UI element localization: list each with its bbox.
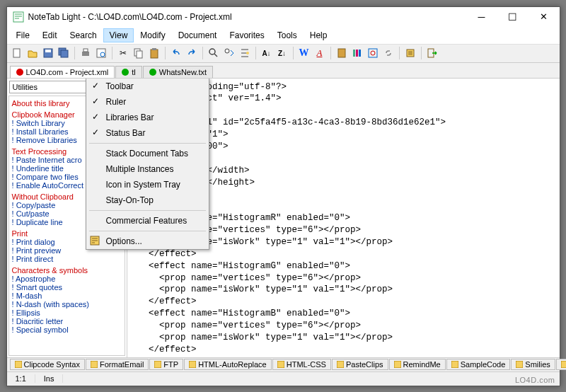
library-tab-html-autoreplace[interactable]: HTML-AutoReplace: [184, 359, 272, 370]
library-tab-pasteclips[interactable]: PasteClips: [332, 359, 388, 370]
menu-item-options[interactable]: Options...: [86, 234, 209, 249]
library-tab-label: HTML-AutoReplace: [198, 360, 267, 369]
close-button[interactable]: ✕: [529, 7, 560, 27]
menu-item-multiple-instances[interactable]: Multiple Instances: [86, 161, 209, 177]
svg-rect-17: [338, 49, 345, 57]
menu-item-label: Toolbar: [106, 81, 134, 91]
toolbar-separator: [74, 47, 75, 59]
library-tab-label: FormatEmail: [100, 360, 144, 369]
wordwrap-icon[interactable]: W: [297, 46, 311, 60]
maximize-button[interactable]: ☐: [497, 7, 529, 27]
menu-item-toolbar[interactable]: ✓Toolbar: [86, 79, 209, 94]
minimize-button[interactable]: ─: [466, 7, 497, 27]
library-icon[interactable]: [350, 46, 364, 60]
cut-icon[interactable]: ✂: [116, 46, 130, 60]
menu-separator: [89, 143, 206, 144]
toolbar-separator: [255, 47, 256, 59]
menu-search[interactable]: Search: [64, 28, 103, 42]
save-all-icon[interactable]: [57, 46, 71, 60]
library-item[interactable]: Apostrophe: [12, 275, 122, 283]
svg-point-14: [209, 49, 215, 54]
paste-icon[interactable]: [147, 46, 161, 60]
book-icon: [277, 361, 284, 368]
menu-item-libraries-bar[interactable]: ✓Libraries Bar: [86, 110, 209, 125]
link-icon[interactable]: [381, 46, 395, 60]
library-tab-remindme[interactable]: RemindMe: [389, 359, 446, 370]
replace-icon[interactable]: [238, 46, 252, 60]
library-item[interactable]: N-dash (with spaces): [12, 300, 122, 309]
font-icon[interactable]: A: [313, 46, 327, 60]
library-item[interactable]: M-dash: [12, 292, 122, 300]
exit-icon[interactable]: [425, 46, 439, 60]
library-tab-label: Clipcode Syntax: [24, 360, 81, 369]
toolbar-separator: [421, 47, 422, 59]
options-icon[interactable]: [403, 46, 417, 60]
copy-icon[interactable]: [132, 46, 146, 60]
toolbar: ✂ A↓ Z↓ W A: [7, 45, 560, 63]
library-tab-smilies[interactable]: Smilies: [511, 359, 555, 370]
svg-point-16: [246, 52, 249, 54]
book-icon: [337, 361, 344, 368]
tab-label: tl: [132, 68, 136, 76]
print-preview-icon[interactable]: [94, 46, 108, 60]
menu-modify[interactable]: Modify: [134, 28, 171, 42]
print-icon[interactable]: [79, 46, 93, 60]
tab-status-icon: [149, 69, 156, 76]
menu-item-ruler[interactable]: ✓Ruler: [86, 94, 209, 110]
sort-desc-icon[interactable]: Z↓: [275, 46, 289, 60]
document-tab[interactable]: WhatsNew.txt: [143, 66, 213, 78]
menu-document[interactable]: Document: [172, 28, 224, 42]
library-item[interactable]: Print direct: [12, 255, 122, 263]
menu-item-commercial-features[interactable]: Commercial Features: [86, 213, 209, 229]
library-item[interactable]: Diacritic letter: [12, 317, 122, 325]
svg-rect-35: [561, 361, 566, 368]
library-heading[interactable]: Characters & symbols: [12, 266, 122, 275]
redo-icon[interactable]: [185, 46, 199, 60]
menubar: FileEditSearchViewModifyDocumentFavorite…: [7, 27, 560, 45]
check-icon: ✓: [92, 127, 99, 137]
menu-view[interactable]: View: [103, 28, 134, 42]
library-item[interactable]: Ellipsis: [12, 309, 122, 317]
menu-item-stack-document-tabs[interactable]: Stack Document Tabs: [86, 146, 209, 161]
document-tab[interactable]: LO4D.com - Project.xml: [10, 66, 115, 78]
find-icon[interactable]: [207, 46, 221, 60]
tab-status-icon: [16, 69, 23, 76]
menu-item-stay-on-top[interactable]: Stay-On-Top: [86, 192, 209, 208]
menu-item-status-bar[interactable]: ✓Status Bar: [86, 125, 209, 141]
second-window-icon[interactable]: [366, 46, 380, 60]
library-tab-utilities[interactable]: Utilities: [556, 359, 566, 370]
library-tab-ftp[interactable]: FTP: [149, 359, 183, 370]
clipboard-icon[interactable]: [335, 46, 349, 60]
library-item[interactable]: Special symbol: [12, 325, 122, 334]
menu-item-label: Options...: [106, 236, 142, 246]
library-tab-samplecode[interactable]: SampleCode: [446, 359, 511, 370]
library-tab-clipcode-syntax[interactable]: Clipcode Syntax: [10, 359, 86, 370]
new-file-icon[interactable]: [10, 46, 24, 60]
toolbar-separator: [165, 47, 166, 59]
menu-item-label: Multiple Instances: [106, 164, 174, 174]
menu-file[interactable]: File: [10, 28, 36, 42]
library-tab-label: PasteClips: [346, 360, 383, 369]
svg-rect-1: [13, 49, 20, 57]
svg-rect-26: [15, 361, 22, 368]
svg-rect-29: [189, 361, 196, 368]
document-tab[interactable]: tl: [115, 66, 142, 78]
menu-help[interactable]: Help: [304, 28, 334, 42]
menu-tools[interactable]: Tools: [271, 28, 304, 42]
menu-favorites[interactable]: Favorites: [223, 28, 270, 42]
menu-item-icon-in-system-tray[interactable]: Icon in System Tray: [86, 177, 209, 192]
library-tab-formatemail[interactable]: FormatEmail: [86, 359, 149, 370]
undo-icon[interactable]: [169, 46, 183, 60]
save-icon[interactable]: [41, 46, 55, 60]
view-menu-dropdown: ✓Toolbar✓Ruler✓Libraries Bar✓Status BarS…: [86, 79, 209, 250]
library-item[interactable]: Smart quotes: [12, 283, 122, 292]
library-tab-html-css[interactable]: HTML-CSS: [272, 359, 331, 370]
library-tabs: Clipcode SyntaxFormatEmailFTPHTML-AutoRe…: [7, 357, 560, 371]
menu-item-label: Commercial Features: [106, 216, 187, 226]
find-next-icon[interactable]: [222, 46, 236, 60]
svg-rect-33: [451, 361, 458, 368]
sort-asc-icon[interactable]: A↓: [260, 46, 274, 60]
open-file-icon[interactable]: [25, 46, 40, 60]
menu-edit[interactable]: Edit: [36, 28, 64, 42]
statusbar: 1:1 Ins LO4D.com: [7, 371, 560, 386]
